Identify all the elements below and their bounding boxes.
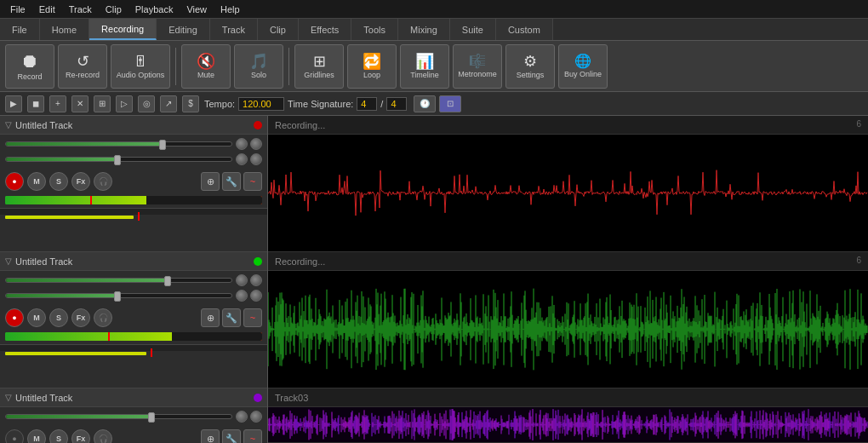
track1-pan-slider[interactable] xyxy=(5,157,232,162)
track2-pan-slider[interactable] xyxy=(5,293,232,298)
track1-playhead xyxy=(138,212,140,221)
track2-knob3[interactable] xyxy=(236,290,248,302)
tab-recording[interactable]: Recording xyxy=(89,19,157,40)
track1-knob3[interactable] xyxy=(236,153,248,165)
track2-settings-icon[interactable]: 🔧 xyxy=(222,308,241,327)
track3-send-icon[interactable]: ⊕ xyxy=(201,429,220,443)
settings-button[interactable]: ⚙ Settings xyxy=(505,44,555,89)
menu-playback[interactable]: Playback xyxy=(128,3,180,16)
tab-custom[interactable]: Custom xyxy=(496,19,553,40)
tab-file[interactable]: File xyxy=(0,19,40,40)
buy-online-button[interactable]: 🌐 Buy Online xyxy=(558,44,608,89)
mute-button[interactable]: 🔇 Mute xyxy=(181,44,231,89)
track3-fx-icon[interactable]: ~ xyxy=(243,429,262,443)
menu-clip[interactable]: Clip xyxy=(99,3,128,16)
tab-tools[interactable]: Tools xyxy=(351,19,398,40)
track1-mute-btn[interactable]: M xyxy=(27,172,46,191)
track2-name[interactable]: Untitled Track xyxy=(15,256,250,267)
track1-headphone-btn[interactable]: 🎧 xyxy=(94,172,112,191)
track1-collapse-arrow[interactable]: ▽ xyxy=(5,120,12,129)
menu-file[interactable]: File xyxy=(3,3,32,16)
track3-mute-btn[interactable]: M xyxy=(27,429,46,443)
track3-fx-btn[interactable]: Fx xyxy=(71,429,90,443)
track2-volume-slider[interactable] xyxy=(5,278,232,283)
sec-icon-5[interactable]: ⊞ xyxy=(94,95,111,112)
record-button[interactable]: ⏺ Record xyxy=(5,44,54,89)
track3-rec-btn[interactable]: ● xyxy=(5,429,24,443)
track2-status: Recording... xyxy=(275,256,325,267)
menu-help[interactable]: Help xyxy=(214,3,247,16)
metronome-button[interactable]: 🎼 Metronome xyxy=(453,44,502,89)
track2-collapse-arrow[interactable]: ▽ xyxy=(5,256,12,266)
sec-icon-cursor[interactable]: ↗ xyxy=(160,95,177,112)
track1-bottom xyxy=(0,208,267,215)
track2-knob4[interactable] xyxy=(250,290,262,302)
sec-icon-4[interactable]: ✕ xyxy=(71,95,89,112)
sec-icon-dollar[interactable]: $ xyxy=(182,95,199,112)
track1-solo-btn[interactable]: S xyxy=(49,172,68,191)
menu-track[interactable]: Track xyxy=(62,3,99,16)
sec-icon-7[interactable]: ◎ xyxy=(138,95,155,112)
track1-settings-icon[interactable]: 🔧 xyxy=(222,172,241,191)
tab-effects[interactable]: Effects xyxy=(299,19,351,40)
tab-track[interactable]: Track xyxy=(210,19,258,40)
tab-suite[interactable]: Suite xyxy=(450,19,496,40)
tab-mixing[interactable]: Mixing xyxy=(398,19,450,40)
loop-button[interactable]: 🔁 Loop xyxy=(347,44,397,89)
track3-name[interactable]: Untitled Track xyxy=(15,393,250,403)
track1-knob4[interactable] xyxy=(250,153,262,165)
track2-waveform xyxy=(268,271,868,388)
menu-edit[interactable]: Edit xyxy=(32,3,62,16)
track2-knob1[interactable] xyxy=(236,274,248,286)
track2-solo-btn[interactable]: S xyxy=(49,308,68,327)
timeline-button[interactable]: 📊 Timeline xyxy=(400,44,449,89)
track3-solo-btn[interactable]: S xyxy=(49,429,68,443)
sec-icon-1[interactable]: ▶ xyxy=(5,95,22,112)
track2-fx-btn[interactable]: Fx xyxy=(71,308,90,327)
time-sig-num[interactable] xyxy=(357,97,377,111)
time-display-icon[interactable]: 🕐 xyxy=(414,95,436,112)
sec-icon-3[interactable]: + xyxy=(49,95,66,112)
tab-bar: File Home Recording Editing Track Clip E… xyxy=(0,19,868,41)
track3-headphone-btn[interactable]: 🎧 xyxy=(94,429,112,443)
track2-fx-icon[interactable]: ~ xyxy=(243,308,262,327)
audio-options-button[interactable]: 🎚 Audio Options xyxy=(111,44,170,89)
re-record-button[interactable]: ↺ Re-record xyxy=(58,44,107,89)
track3-volume-slider[interactable] xyxy=(5,414,232,419)
re-record-label: Re-record xyxy=(66,71,100,79)
track2-headphone-btn[interactable]: 🎧 xyxy=(94,308,112,327)
gridlines-button[interactable]: ⊞ Gridlines xyxy=(294,44,344,89)
mute-icon: 🔇 xyxy=(197,54,215,69)
tab-home[interactable]: Home xyxy=(40,19,89,40)
solo-button[interactable]: 🎵 Solo xyxy=(234,44,283,89)
record-icon: ⏺ xyxy=(20,52,39,71)
track1-fx-btn[interactable]: Fx xyxy=(71,172,90,191)
sec-icon-6[interactable]: ▷ xyxy=(116,95,133,112)
sec-icon-2[interactable]: ◼ xyxy=(27,95,44,112)
track3-knob2[interactable] xyxy=(250,411,262,423)
track1-send-icon[interactable]: ⊕ xyxy=(201,172,220,191)
track2-mute-btn[interactable]: M xyxy=(27,308,46,327)
grid-icon[interactable]: ⊡ xyxy=(439,95,461,112)
track1-name[interactable]: Untitled Track xyxy=(15,120,250,130)
tempo-input[interactable] xyxy=(238,97,284,111)
track1-rec-btn[interactable]: ● xyxy=(5,172,24,191)
track3-settings-icon[interactable]: 🔧 xyxy=(222,429,241,443)
tab-editing[interactable]: Editing xyxy=(157,19,210,40)
track3-knob1[interactable] xyxy=(236,411,248,423)
track2-send-icon[interactable]: ⊕ xyxy=(201,308,220,327)
metronome-label: Metronome xyxy=(458,70,497,78)
track1-fx-icon[interactable]: ~ xyxy=(243,172,262,191)
tab-clip[interactable]: Clip xyxy=(258,19,299,40)
track2-rec-btn[interactable]: ● xyxy=(5,308,24,327)
track3-volume-row xyxy=(5,411,262,423)
track1-volume-slider[interactable] xyxy=(5,141,232,147)
time-sig-slash: / xyxy=(380,99,383,109)
track3-collapse-arrow[interactable]: ▽ xyxy=(5,393,12,402)
track2-knob2[interactable] xyxy=(250,274,262,286)
track1-knob2[interactable] xyxy=(250,138,262,150)
track1-knob1[interactable] xyxy=(236,138,248,150)
menu-view[interactable]: View xyxy=(180,3,214,16)
time-sig-den[interactable] xyxy=(386,97,407,111)
track1-bottom-bar xyxy=(5,216,134,219)
